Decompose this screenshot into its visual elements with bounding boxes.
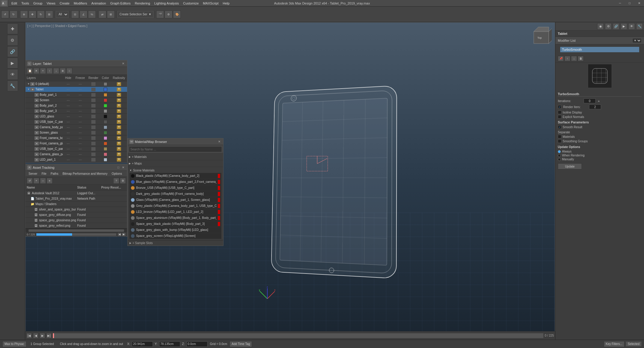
- view-cube[interactable]: Top: [531, 26, 552, 47]
- y-coord-input[interactable]: [159, 341, 180, 347]
- layer-color-cell[interactable]: [100, 93, 111, 97]
- maximize-button[interactable]: □: [625, 0, 634, 7]
- mb-sample-slots[interactable]: ▶ + Sample Slots: [128, 240, 223, 246]
- turbosmooth-modifier[interactable]: TurboSmooth: [560, 47, 639, 52]
- layer-color-cell[interactable]: [100, 153, 111, 156]
- layer-row[interactable]: ●Screen_glass------⊞: [26, 130, 127, 135]
- layer-row[interactable]: ●Body_part_3------⊞: [26, 108, 127, 114]
- manually-radio[interactable]: [558, 158, 561, 161]
- mod-nav-down[interactable]: ↓: [571, 56, 577, 61]
- modifier-list-select[interactable]: ▼: [632, 38, 642, 43]
- rotate-button[interactable]: ↻: [37, 11, 45, 18]
- material-browser-search-input[interactable]: [129, 146, 222, 152]
- redo-button[interactable]: ↻: [10, 11, 17, 18]
- layer-deselect-btn[interactable]: ○: [66, 68, 72, 74]
- layer-color-cell[interactable]: [100, 120, 111, 124]
- layer-color-cell[interactable]: [100, 104, 111, 107]
- asset-panel-titlebar[interactable]: A Asset Tracking □ ✕: [26, 164, 127, 171]
- iterations-input[interactable]: [584, 98, 596, 103]
- asset-list-btn[interactable]: ≡: [47, 178, 53, 184]
- asset-menu-item-file[interactable]: File: [40, 171, 48, 176]
- menu-item-views[interactable]: Views: [45, 1, 57, 6]
- asset-scrollbar[interactable]: [26, 228, 127, 232]
- layer-color-cell[interactable]: [100, 126, 111, 129]
- create-tool[interactable]: ✚: [7, 23, 18, 34]
- layer-expand-icon[interactable]: [31, 153, 35, 156]
- asset-menu-item-options[interactable]: Options: [110, 171, 124, 176]
- menu-item-group[interactable]: Group: [32, 1, 44, 6]
- hierarchy-tool[interactable]: 🔗: [7, 46, 18, 57]
- layer-color-cell[interactable]: [100, 158, 111, 162]
- layer-expand-icon[interactable]: [31, 142, 35, 145]
- asset-remove-btn[interactable]: ─: [40, 178, 46, 184]
- timeline-play-btn[interactable]: ▶: [40, 333, 45, 338]
- menu-item-help[interactable]: Help: [221, 1, 232, 6]
- layer-row[interactable]: ●Camera_glass_part_2------⊞: [26, 152, 127, 157]
- percent-snap-button[interactable]: %: [88, 11, 96, 18]
- layer-row[interactable]: ●USB_type_C_part_1------⊞: [26, 119, 127, 125]
- timeline-next-btn[interactable]: ▶|: [46, 333, 52, 338]
- menu-item-rendering[interactable]: Rendering: [133, 1, 152, 6]
- asset-row[interactable]: 🖼space_grey_reflect.pngFound: [26, 223, 127, 228]
- mb-material-row[interactable]: Glass (VRayMtl) [Camera_glass_part_1, Sc…: [129, 197, 221, 203]
- mb-material-row[interactable]: Space_grey_black_plastic (VRayMtl) [Body…: [129, 221, 221, 227]
- layer-expand-icon[interactable]: [31, 109, 35, 113]
- mb-material-row[interactable]: LED_bronzе (VRayMtl) [LED_part_1, LED_pa…: [129, 209, 221, 215]
- menu-item-customize[interactable]: Customize: [181, 1, 201, 6]
- layer-select-btn[interactable]: ⊕: [60, 68, 66, 74]
- render-setup-button[interactable]: ⚙: [165, 11, 172, 18]
- layer-expand-icon[interactable]: [31, 158, 35, 162]
- menu-item-create[interactable]: Create: [58, 1, 71, 6]
- mb-material-row[interactable]: Dark_grey_plastic (VRayMtl) [Front_camer…: [129, 191, 221, 197]
- layer-row[interactable]: ▼◈Tablet------⊞: [26, 87, 127, 92]
- asset-row[interactable]: 🖼space_grey_diffuse.pngFound: [26, 212, 127, 218]
- asset-progress-prev[interactable]: ◀: [117, 232, 122, 237]
- rp-icon-1[interactable]: ◉: [597, 23, 604, 30]
- mb-material-row[interactable]: Blue_glass (VRayMtl) [Camera_glass_part_…: [129, 179, 221, 185]
- explicit-normals-checkbox[interactable]: [558, 115, 561, 119]
- z-coord-input[interactable]: [187, 341, 208, 347]
- selection-filter-select[interactable]: All: [56, 11, 68, 18]
- layer-expand-icon[interactable]: [31, 93, 35, 97]
- timeline-start-btn[interactable]: |◀: [26, 333, 32, 338]
- mod-nav-pin[interactable]: 📌: [558, 56, 564, 61]
- timeline-prev-btn[interactable]: ◀: [33, 333, 38, 338]
- layer-color-cell[interactable]: [100, 109, 111, 113]
- timeline-bar[interactable]: [53, 333, 543, 338]
- layer-panel-close[interactable]: ✕: [121, 62, 125, 66]
- rp-icon-6[interactable]: 🔧: [636, 23, 643, 30]
- layer-expand-icon[interactable]: [31, 120, 35, 124]
- layer-expand-icon[interactable]: [31, 98, 35, 102]
- layer-color-cell[interactable]: [100, 147, 111, 151]
- layer-row[interactable]: ●Body_part_1------⊞: [26, 92, 127, 98]
- smooth-result-checkbox[interactable]: ✓: [558, 125, 561, 129]
- layer-row[interactable]: ●USB_type_C_part_2------⊞: [26, 146, 127, 152]
- mb-material-row[interactable]: Grey_plastic (VRayMtl) [Camera_body_part…: [129, 203, 221, 209]
- rp-icon-5[interactable]: 👁: [628, 23, 635, 30]
- layer-row[interactable]: ▼◈0 (default)------⊞: [26, 81, 127, 87]
- layer-panel-titlebar[interactable]: L Layer: Tablet ✕: [26, 60, 127, 67]
- layer-expand-icon[interactable]: [31, 136, 35, 140]
- layer-move-up-btn[interactable]: ↑: [47, 68, 53, 74]
- menu-item-lighting-analysis[interactable]: Lighting Analysis: [153, 1, 181, 6]
- menu-item-modifiers[interactable]: Modifiers: [72, 1, 89, 6]
- mb-scene-materials-header[interactable]: ▼ Scene Materials: [129, 168, 221, 173]
- mb-material-row[interactable]: Space_grey_screen (VRayLightMtl) [Screen…: [129, 233, 221, 239]
- layer-color-cell[interactable]: [100, 136, 111, 140]
- layer-new-btn[interactable]: 📋: [27, 68, 33, 74]
- menu-item-graph-editors[interactable]: Graph Editors: [108, 1, 132, 6]
- scale-button[interactable]: ⊞: [45, 11, 53, 18]
- render-button[interactable]: 🎬: [156, 11, 164, 18]
- move-button[interactable]: ✥: [29, 11, 36, 18]
- mirror-button[interactable]: ⇌: [99, 11, 106, 18]
- asset-panel-close[interactable]: ✕: [121, 165, 125, 170]
- layer-row[interactable]: ●Screen------⊞: [26, 98, 127, 103]
- layer-color-cell[interactable]: [100, 82, 111, 86]
- asset-progress-next[interactable]: ▶: [122, 232, 126, 237]
- asset-add-btn[interactable]: +: [33, 178, 39, 184]
- mb-material-row[interactable]: Bronze_USB (VRayMtl) [USB_type_C_part]: [129, 185, 221, 191]
- layer-expand-icon[interactable]: ▼: [27, 82, 30, 86]
- layer-row[interactable]: ●Front_camera_glass_part_1------⊞: [26, 141, 127, 146]
- motion-tool[interactable]: ▶: [7, 58, 18, 68]
- layer-row[interactable]: ●Camera_body_part_1------⊞: [26, 125, 127, 130]
